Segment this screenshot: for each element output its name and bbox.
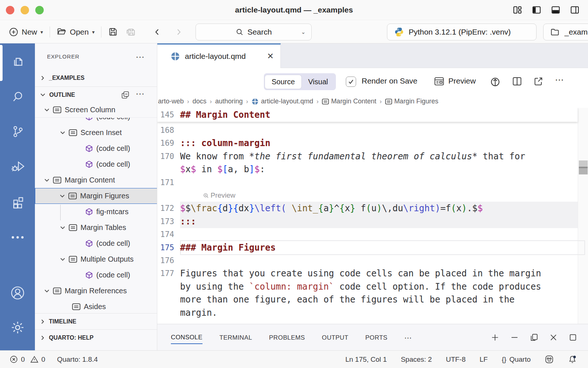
collapse-all-icon[interactable] (121, 91, 130, 99)
toggle-bottom-panel-icon[interactable] (551, 5, 561, 15)
outline-item-multiple-outputs[interactable]: Multiple Outputs (35, 251, 157, 267)
language-mode-status[interactable]: {} Quarto (502, 355, 531, 364)
preview-icon[interactable] (434, 76, 444, 86)
more-actions-icon[interactable]: ⋯ (136, 92, 145, 96)
editor-scrollbar[interactable] (578, 108, 588, 324)
outline-item-code-cell[interactable]: (code cell) (35, 236, 157, 251)
navigate-back-button[interactable] (149, 28, 165, 36)
section-quarto-help[interactable]: QUARTO: HELP (35, 330, 157, 346)
files-icon (9, 54, 26, 71)
more-actions-icon[interactable]: ⋯ (136, 55, 145, 59)
save-button[interactable] (104, 27, 122, 37)
panel-tab-problems[interactable]: PROBLEMS (269, 331, 305, 344)
sidebar-item-search[interactable] (0, 86, 35, 108)
code-editor[interactable]: 168 169::: column-margin 170We know from… (157, 108, 588, 324)
breadcrumb-item[interactable]: docs (193, 98, 207, 105)
outline-item-code-cell[interactable]: (code cell) (35, 141, 157, 156)
toggle-left-panel-icon[interactable] (531, 5, 542, 15)
close-window-button[interactable] (6, 6, 14, 14)
chevron-down-icon[interactable] (44, 177, 50, 183)
render-on-save-checkbox[interactable] (346, 77, 356, 87)
chevron-down-icon[interactable] (60, 193, 65, 199)
sticky-scroll-line[interactable]: 145 ## Margin Content (157, 108, 578, 122)
encoding-status[interactable]: UTF-8 (446, 355, 466, 364)
chevron-down-icon[interactable] (60, 225, 65, 230)
account-button[interactable] (0, 282, 35, 304)
panel-tab-ports[interactable]: PORTS (365, 331, 387, 344)
split-panel-icon[interactable] (529, 333, 539, 342)
code-token: ## Margin Content (180, 110, 270, 120)
save-all-button[interactable] (122, 26, 140, 37)
chevron-down-icon[interactable] (60, 256, 65, 262)
maximize-panel-icon[interactable] (568, 333, 578, 342)
scrollbar-thumb[interactable] (579, 160, 588, 174)
breadcrumb-item-section[interactable]: Margin Content (322, 98, 376, 105)
split-editor-icon[interactable] (512, 76, 522, 86)
chevron-down-icon[interactable] (60, 130, 65, 135)
sidebar-item-source-control[interactable] (0, 121, 35, 143)
render-publish-icon[interactable] (490, 76, 501, 87)
outline-item-margin-tables[interactable]: Margin Tables (35, 220, 157, 236)
preview-button[interactable]: Preview (448, 77, 476, 85)
outline-item-margin-references[interactable]: Margin References (35, 283, 157, 299)
panel-tab-console[interactable]: CONSOLE (171, 331, 202, 344)
breadcrumb-item-file[interactable]: article-layout.qmd (251, 98, 313, 105)
navigate-forward-button[interactable] (171, 28, 187, 36)
preview-codelens[interactable]: Preview (203, 191, 236, 199)
more-views-button[interactable] (0, 226, 35, 248)
outline-item-margin-content[interactable]: Margin Content (35, 172, 157, 188)
notifications-bell-icon[interactable] (568, 355, 577, 364)
open-button[interactable]: Open ▾ (53, 27, 98, 37)
outline-item-label: fig-mtcars (96, 208, 129, 216)
workspace-selector[interactable]: _examples (543, 24, 588, 40)
search-input[interactable]: Search ⌄ (196, 24, 312, 40)
section-examples[interactable]: _EXAMPLES (35, 70, 157, 86)
panel-tab-terminal[interactable]: TERMINAL (219, 331, 252, 344)
outline-item-screen-inset[interactable]: Screen Inset (35, 125, 157, 141)
sidebar-item-run-debug[interactable] (0, 156, 35, 178)
new-console-icon[interactable] (490, 333, 500, 342)
source-mode-button[interactable]: Source (265, 75, 301, 89)
sidebar-item-extensions[interactable] (0, 191, 35, 213)
quarto-version-status[interactable]: Quarto: 1.8.4 (57, 355, 98, 364)
interpreter-selector[interactable]: Python 3.12.1 (PipEnv: .venv) (387, 24, 537, 40)
cursor-position-status[interactable]: Ln 175, Col 1 (345, 355, 387, 364)
chevron-down-icon[interactable] (44, 288, 50, 294)
settings-button[interactable] (0, 316, 35, 339)
close-icon[interactable]: ✕ (267, 52, 274, 61)
more-panel-tabs-icon[interactable]: ⋯ (404, 330, 412, 344)
zoom-window-button[interactable] (35, 6, 44, 14)
outline-item-asides[interactable]: Asides (35, 299, 157, 315)
tab-article-layout[interactable]: article-layout.qmd ✕ (157, 43, 281, 68)
panel-tab-output[interactable]: OUTPUT (322, 331, 348, 344)
section-timeline[interactable]: TIMELINE (35, 314, 157, 329)
feedback-smiley-icon[interactable] (545, 355, 554, 364)
open-in-new-window-icon[interactable] (533, 76, 544, 86)
outline-item-margin-figures[interactable]: Margin Figures (35, 188, 157, 204)
minimize-panel-icon[interactable] (510, 333, 519, 342)
chevron-down-icon[interactable] (44, 107, 50, 113)
breadcrumb-item[interactable]: arto-web (158, 98, 184, 105)
breadcrumb-item-section[interactable]: Margin Figures (385, 98, 438, 105)
outline-item-fig-mtcars[interactable]: fig-mtcars (35, 204, 157, 220)
warning-icon (30, 355, 39, 364)
problems-status[interactable]: 0 0 (10, 355, 45, 364)
outline-item-code-cell[interactable]: (code cell) (35, 156, 157, 172)
outline-item-code-cell[interactable]: (code cell) (35, 267, 157, 283)
editor-action-bar: Source Visual Render on Save Preview ⋯ (157, 68, 588, 95)
more-actions-icon[interactable]: ⋯ (555, 75, 564, 85)
breadcrumb-item[interactable]: authoring (215, 98, 243, 105)
eol-status[interactable]: LF (480, 355, 488, 364)
section-icon (53, 287, 61, 294)
toggle-right-panel-icon[interactable] (570, 5, 580, 15)
visual-mode-button[interactable]: Visual (301, 75, 334, 89)
language-label: Quarto (509, 355, 531, 364)
minimize-window-button[interactable] (21, 6, 29, 14)
customize-layout-icon[interactable] (512, 5, 523, 15)
outline-item-screen-column[interactable]: Screen Column (35, 102, 157, 118)
close-panel-icon[interactable] (549, 333, 558, 342)
indentation-status[interactable]: Spaces: 2 (401, 355, 432, 364)
sidebar-item-explorer[interactable] (0, 52, 35, 74)
chevron-down-icon: ⌄ (301, 29, 306, 35)
new-file-button[interactable]: New ▾ (5, 27, 47, 37)
